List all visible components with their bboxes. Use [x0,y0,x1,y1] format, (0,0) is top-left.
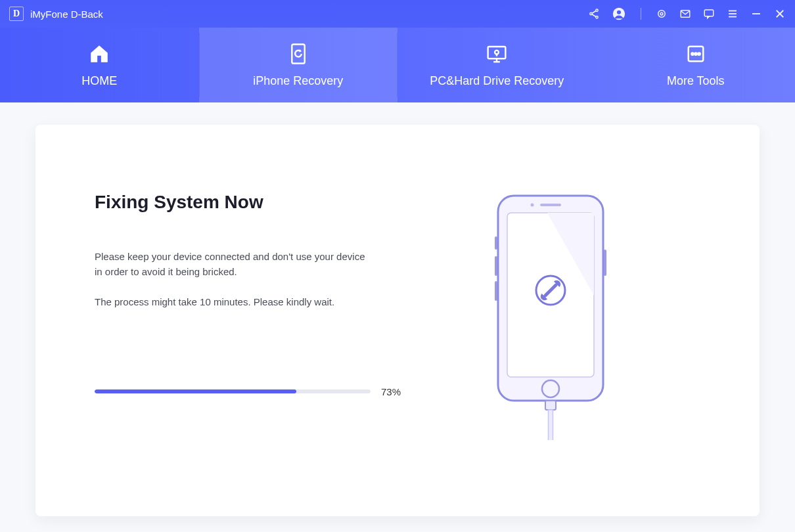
tab-home-label: HOME [81,74,117,88]
instruction-text-2: The process might take 10 minutes. Pleas… [95,295,371,310]
svg-rect-29 [540,204,561,206]
svg-rect-35 [604,250,606,276]
svg-point-1 [590,12,592,14]
progress-row: 73% [95,386,401,397]
menu-icon[interactable] [727,8,738,20]
svg-point-7 [658,11,666,18]
gear-icon[interactable] [656,8,668,20]
page-heading: Fixing System Now [95,192,401,213]
svg-line-4 [592,14,596,17]
refresh-device-icon [288,43,308,65]
mail-icon[interactable] [679,8,691,20]
share-icon[interactable] [588,8,600,20]
svg-point-30 [531,204,534,207]
progress-bar [95,389,371,393]
phone-illustration [485,190,616,443]
svg-point-2 [596,16,598,18]
svg-point-8 [660,12,663,15]
tab-home[interactable]: HOME [0,28,199,102]
svg-rect-17 [292,44,304,63]
app-title: iMyFone D-Back [30,9,103,20]
svg-point-21 [495,50,499,54]
illustration-panel [401,164,700,477]
svg-point-6 [617,11,621,14]
content-area: Fixing System Now Please keep your devic… [0,102,795,532]
more-icon [686,43,706,65]
svg-line-3 [592,11,596,14]
minimize-icon[interactable] [750,8,762,20]
main-card: Fixing System Now Please keep your devic… [35,125,760,516]
tab-more-tools[interactable]: More Tools [597,28,796,102]
svg-rect-39 [549,410,553,440]
svg-point-24 [691,53,693,55]
app-logo: D [9,7,24,21]
titlebar-separator [641,8,641,20]
svg-point-25 [694,53,696,55]
svg-rect-32 [495,236,497,250]
home-icon [88,43,110,65]
tab-iphone-label: iPhone Recovery [253,74,343,88]
svg-rect-33 [495,256,497,276]
titlebar: D iMyFone D-Back [0,0,795,28]
progress-percent-label: 73% [381,386,401,397]
svg-rect-18 [488,47,506,58]
svg-rect-38 [545,401,556,410]
svg-rect-10 [704,10,714,16]
chat-icon[interactable] [703,8,715,20]
account-icon[interactable] [612,7,626,21]
status-panel: Fixing System Now Please keep your devic… [95,164,401,477]
svg-point-26 [698,53,700,55]
svg-rect-34 [495,281,497,301]
close-icon[interactable] [774,8,786,20]
tab-pc-label: PC&Hard Drive Recovery [430,74,564,88]
instruction-text-1: Please keep your device connected and do… [95,250,371,279]
titlebar-icons [588,7,786,21]
app-window: D iMyFone D-Back [0,0,795,532]
tab-more-label: More Tools [667,74,725,88]
svg-point-0 [596,9,598,11]
monitor-icon [486,43,508,65]
main-navbar: HOME iPhone Recovery PC&Hard Drive Recov… [0,28,795,102]
tab-pc-recovery[interactable]: PC&Hard Drive Recovery [398,28,597,102]
progress-bar-fill [95,389,296,393]
tab-iphone-recovery[interactable]: iPhone Recovery [199,28,398,102]
